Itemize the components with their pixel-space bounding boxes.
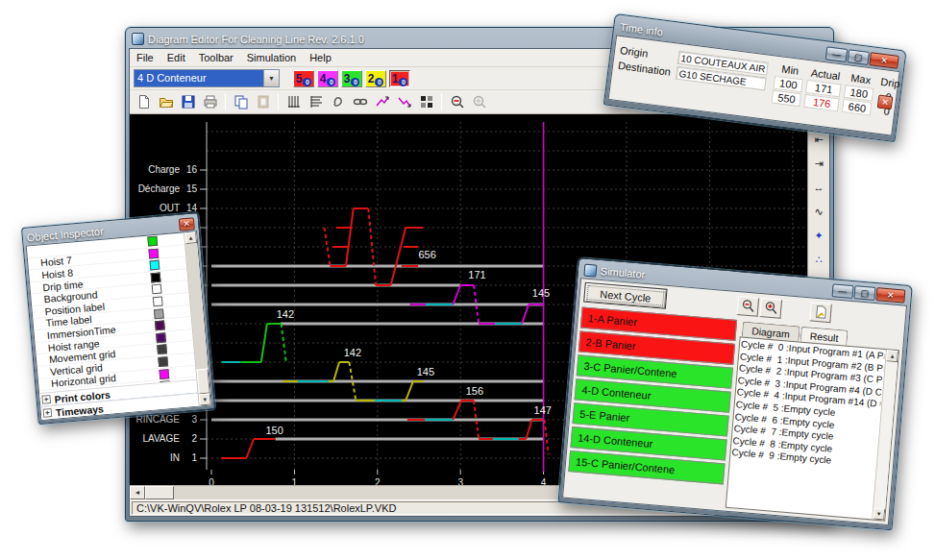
next-cycle-button[interactable]: Next Cycle: [583, 282, 667, 309]
group-label: Timeways: [55, 402, 104, 418]
scroll-down-arrow-icon[interactable]: ▼: [873, 508, 885, 521]
svg-text:0: 0: [209, 477, 214, 485]
max-2: 660: [842, 98, 873, 115]
simulator-icon: [583, 263, 597, 277]
svg-text:145: 145: [532, 287, 550, 299]
menu-item[interactable]: Edit: [167, 52, 185, 63]
svg-text:OUT: OUT: [160, 203, 180, 213]
result-lines: Cycle # 0 :Input Program #1 (A Panier)Cy…: [731, 338, 885, 471]
color-swatch[interactable]: [152, 284, 162, 295]
attach-icon[interactable]: [328, 92, 348, 112]
toolbar-separator: [441, 93, 442, 110]
program-combo[interactable]: 4 D Conteneur ▼: [134, 69, 280, 87]
color-swatch[interactable]: [158, 356, 168, 367]
object-inspector-window: Object Inspector ✕ Hoist 7 Hoist 8: [21, 212, 215, 425]
expand-plus-icon[interactable]: +: [41, 395, 51, 404]
menu-item[interactable]: File: [136, 52, 154, 63]
open-file-icon[interactable]: [156, 92, 176, 112]
toolbar-separator: [278, 93, 279, 110]
program-list: 1-A Panier2-B Panier3-C Panier/Contene4-…: [563, 304, 740, 510]
close-button[interactable]: ✕: [869, 52, 899, 69]
color-swatch[interactable]: [159, 369, 169, 379]
minimize-button[interactable]: —: [831, 283, 853, 299]
app-icon: [132, 33, 144, 45]
main-window-title: Diagram Editor For Cleaning Line Rev. 2.…: [148, 34, 364, 45]
svg-text:IN: IN: [170, 452, 180, 463]
zoom-out-icon[interactable]: [447, 92, 467, 112]
svg-text:656: 656: [418, 249, 435, 260]
zoom-in-icon[interactable]: [469, 92, 489, 112]
side-tool-icon[interactable]: ✦: [810, 228, 827, 243]
side-tool-icon[interactable]: ∿: [810, 204, 827, 219]
color-swatch[interactable]: [156, 332, 166, 343]
side-tool-icon[interactable]: ↔: [810, 180, 827, 195]
zoom-out-icon[interactable]: [737, 296, 760, 317]
svg-text:145: 145: [417, 366, 434, 377]
color-swatch[interactable]: [151, 272, 161, 282]
maximize-button[interactable]: ▢: [853, 285, 875, 301]
report-icon[interactable]: [809, 302, 832, 323]
result-listbox[interactable]: Cycle # 0 :Input Program #1 (A Panier)Cy…: [726, 336, 899, 521]
route-info: Origin 10 COUTEAUX AIR Destination G10 S…: [614, 39, 770, 115]
paste-icon[interactable]: [253, 92, 273, 112]
svg-text:147: 147: [534, 404, 552, 416]
horizontal-grid-icon[interactable]: [306, 92, 326, 112]
pattern-icon[interactable]: [416, 92, 436, 112]
program-button[interactable]: 40: [317, 70, 338, 87]
svg-text:171: 171: [468, 269, 485, 280]
menu-item[interactable]: Simulation: [247, 52, 296, 63]
color-swatch[interactable]: [153, 296, 163, 306]
close-button[interactable]: ✕: [875, 287, 905, 303]
scroll-up-arrow-icon[interactable]: ▲: [886, 350, 898, 362]
scrollbar-thumb[interactable]: [197, 369, 210, 395]
simulator-window: Simulator — ▢ ✕ Next Cycle 1-A Pa: [558, 257, 913, 530]
svg-text:Charge: Charge: [148, 164, 180, 175]
close-button[interactable]: ✕: [179, 217, 195, 231]
vertical-grid-icon[interactable]: [283, 92, 304, 112]
color-swatch[interactable]: [157, 345, 167, 355]
side-tool-icon[interactable]: ∴: [810, 252, 827, 267]
svg-text:150: 150: [265, 425, 283, 436]
menu-item[interactable]: Help: [309, 52, 332, 63]
min-2: 550: [772, 89, 802, 107]
side-tool-icon[interactable]: ⇤: [810, 132, 827, 147]
link-icon[interactable]: [350, 92, 370, 112]
scroll-left-arrow-icon[interactable]: ◄: [130, 486, 145, 499]
expand-plus-icon[interactable]: +: [43, 408, 53, 418]
program-button[interactable]: 30: [341, 70, 362, 87]
program-button[interactable]: 20: [365, 70, 386, 87]
program-buttons: 5040302010: [293, 70, 410, 87]
svg-text:2: 2: [191, 433, 197, 444]
program-button[interactable]: 50: [293, 70, 314, 87]
menu-item[interactable]: Toolbar: [199, 52, 234, 63]
maximize-button[interactable]: ▢: [848, 49, 871, 65]
svg-text:Décharge: Décharge: [138, 183, 181, 194]
color-swatch[interactable]: [154, 308, 164, 319]
color-swatch[interactable]: [150, 260, 160, 271]
chevron-down-icon[interactable]: ▼: [263, 70, 279, 86]
svg-text:4: 4: [541, 477, 547, 485]
svg-text:156: 156: [466, 385, 483, 397]
scrollbar-thumb[interactable]: [145, 486, 174, 499]
path-down-icon[interactable]: [394, 92, 414, 112]
toolbar-separator: [225, 93, 226, 110]
color-swatch[interactable]: [147, 236, 158, 247]
color-swatch[interactable]: [155, 321, 165, 331]
panel-close-icon[interactable]: ✕: [877, 95, 894, 110]
copy-icon[interactable]: [231, 92, 251, 112]
program-combo-value: 4 D Conteneur: [135, 70, 263, 86]
zoom-in-icon[interactable]: [760, 298, 783, 319]
path-up-icon[interactable]: [372, 92, 392, 112]
print-icon[interactable]: [200, 92, 220, 112]
svg-text:LAVAGE: LAVAGE: [142, 433, 180, 444]
minimize-button[interactable]: —: [825, 46, 849, 62]
color-swatch[interactable]: [148, 248, 159, 258]
svg-text:3: 3: [457, 477, 463, 485]
new-file-icon[interactable]: [134, 92, 154, 112]
side-tool-icon[interactable]: ⇥: [810, 156, 827, 171]
program-button[interactable]: 10: [389, 70, 410, 87]
svg-text:16: 16: [186, 164, 198, 175]
scroll-down-arrow-icon[interactable]: ▼: [199, 394, 211, 406]
svg-text:1: 1: [191, 452, 197, 463]
save-icon[interactable]: [178, 92, 198, 112]
